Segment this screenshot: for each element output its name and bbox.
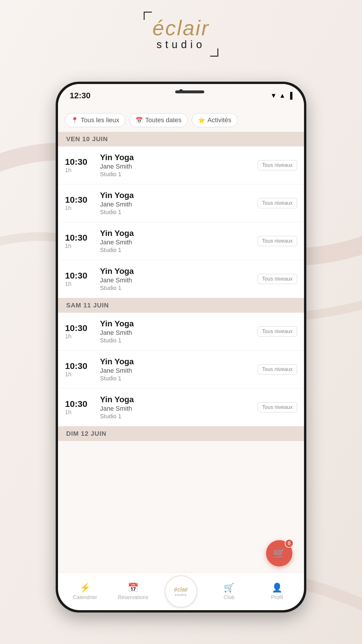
nav-profil-label: Profil	[271, 594, 283, 601]
status-icons: ▼ ▲ ▐	[270, 92, 292, 99]
class-name: Yin Yoga	[100, 267, 258, 276]
class-location: Studio 1	[100, 413, 258, 420]
filter-location-label: Tous les lieux	[81, 116, 119, 124]
bracket-top-left	[144, 12, 152, 20]
class-name: Yin Yoga	[100, 153, 258, 162]
date-header-dim: DIM 12 JUIN	[58, 426, 304, 441]
nav-calendrier[interactable]: ⚡ Calendrier	[61, 582, 109, 601]
time-main: 10:30	[65, 157, 94, 167]
class-teacher: Jane Smith	[100, 329, 258, 337]
status-time: 12:30	[70, 91, 91, 100]
date-header-ven: VEN 10 JUIN	[58, 132, 304, 146]
nav-reservations-label: Réservations	[118, 594, 148, 601]
phone-content: 📍 Tous les lieux 📅 Toutes dates ⭐ Activi…	[58, 107, 304, 572]
class-row[interactable]: 10:30 1h Yin Yoga Jane Smith Studio 1 To…	[58, 222, 304, 260]
class-time: 10:30 1h	[65, 157, 94, 174]
class-row[interactable]: 10:30 1h Yin Yoga Jane Smith Studio 1 To…	[58, 388, 304, 426]
logo-box: éclair studio	[144, 12, 218, 57]
status-bar: 12:30 ▼ ▲ ▐	[58, 84, 304, 107]
class-teacher: Jane Smith	[100, 201, 258, 208]
class-badge: Tous niveaux	[258, 198, 297, 208]
class-row[interactable]: 10:30 1h Yin Yoga Jane Smith Studio 1 To…	[58, 313, 304, 351]
class-location: Studio 1	[100, 171, 258, 178]
nav-center[interactable]: éclair studio	[157, 575, 205, 608]
class-teacher: Jane Smith	[100, 239, 258, 246]
class-time: 10:30 1h	[65, 271, 94, 287]
nav-calendrier-label: Calendrier	[73, 594, 97, 601]
logo-area: éclair studio	[0, 12, 362, 57]
date-header-sam: SAM 11 JUIN	[58, 298, 304, 313]
time-main: 10:30	[65, 195, 94, 205]
class-name: Yin Yoga	[100, 357, 258, 366]
signal-icon: ▲	[279, 92, 286, 99]
filter-location[interactable]: 📍 Tous les lieux	[65, 113, 125, 127]
phone-inner: 12:30 ▼ ▲ ▐ 📍 Tous les lieux 📅 Toutes da…	[58, 84, 304, 610]
nav-center-studio: studio	[175, 593, 187, 596]
class-location: Studio 1	[100, 285, 258, 291]
filter-activity[interactable]: ⭐ Activités	[192, 113, 238, 127]
bottom-nav: ⚡ Calendrier 📅 Réservations éclair studi…	[58, 572, 304, 610]
class-time: 10:30 1h	[65, 233, 94, 249]
time-dur: 1h	[65, 281, 94, 287]
filter-activity-label: Activités	[208, 116, 231, 124]
calendrier-icon: ⚡	[80, 582, 90, 593]
cart-fab[interactable]: 🛒 0	[266, 540, 292, 566]
class-row[interactable]: 10:30 1h Yin Yoga Jane Smith Studio 1 To…	[58, 351, 304, 388]
filter-bar: 📍 Tous les lieux 📅 Toutes dates ⭐ Activi…	[58, 107, 304, 132]
time-dur: 1h	[65, 243, 94, 249]
time-main: 10:30	[65, 323, 94, 333]
time-dur: 1h	[65, 333, 94, 340]
class-location: Studio 1	[100, 209, 258, 216]
class-teacher: Jane Smith	[100, 405, 258, 412]
star-icon: ⭐	[198, 117, 205, 124]
speaker-notch	[175, 90, 204, 93]
time-dur: 1h	[65, 167, 94, 174]
phone-frame: 12:30 ▼ ▲ ▐ 📍 Tous les lieux 📅 Toutes da…	[56, 82, 306, 612]
time-main: 10:30	[65, 361, 94, 371]
time-dur: 1h	[65, 205, 94, 211]
nav-club-label: Club	[224, 594, 234, 601]
time-main: 10:30	[65, 271, 94, 281]
time-main: 10:30	[65, 233, 94, 243]
logo-studio: studio	[152, 38, 210, 51]
class-row[interactable]: 10:30 1h Yin Yoga Jane Smith Studio 1 To…	[58, 146, 304, 184]
class-time: 10:30 1h	[65, 323, 94, 340]
filter-date-label: Toutes dates	[145, 116, 182, 124]
nav-center-logo: éclair	[174, 586, 188, 593]
class-name: Yin Yoga	[100, 229, 258, 238]
cart-icon: 🛒	[273, 547, 285, 559]
profil-icon: 👤	[272, 582, 282, 593]
class-info: Yin Yoga Jane Smith Studio 1	[100, 191, 258, 216]
nav-center-button[interactable]: éclair studio	[165, 575, 197, 608]
class-row[interactable]: 10:30 1h Yin Yoga Jane Smith Studio 1 To…	[58, 184, 304, 222]
nav-reservations[interactable]: 📅 Réservations	[109, 582, 157, 601]
class-info: Yin Yoga Jane Smith Studio 1	[100, 319, 258, 344]
location-icon: 📍	[71, 117, 78, 124]
filter-date[interactable]: 📅 Toutes dates	[129, 113, 188, 127]
reservations-icon: 📅	[128, 582, 138, 593]
class-location: Studio 1	[100, 337, 258, 344]
class-time: 10:30 1h	[65, 361, 94, 378]
class-info: Yin Yoga Jane Smith Studio 1	[100, 153, 258, 178]
calendar-icon: 📅	[136, 117, 143, 124]
bracket-bottom-right	[210, 48, 218, 57]
class-badge: Tous niveaux	[258, 160, 297, 170]
logo-text: éclair studio	[152, 18, 210, 51]
class-teacher: Jane Smith	[100, 367, 258, 374]
class-location: Studio 1	[100, 375, 258, 382]
class-time: 10:30 1h	[65, 195, 94, 211]
class-row[interactable]: 10:30 1h Yin Yoga Jane Smith Studio 1 To…	[58, 260, 304, 298]
class-name: Yin Yoga	[100, 319, 258, 328]
class-teacher: Jane Smith	[100, 276, 258, 284]
class-location: Studio 1	[100, 247, 258, 253]
time-main: 10:30	[65, 399, 94, 409]
class-time: 10:30 1h	[65, 399, 94, 416]
class-teacher: Jane Smith	[100, 163, 258, 170]
nav-club[interactable]: 🛒 Club	[205, 582, 253, 601]
nav-profil[interactable]: 👤 Profil	[253, 582, 301, 601]
battery-icon: ▐	[288, 92, 292, 99]
class-badge: Tous niveaux	[258, 274, 297, 284]
class-info: Yin Yoga Jane Smith Studio 1	[100, 357, 258, 382]
class-name: Yin Yoga	[100, 191, 258, 200]
time-dur: 1h	[65, 409, 94, 416]
